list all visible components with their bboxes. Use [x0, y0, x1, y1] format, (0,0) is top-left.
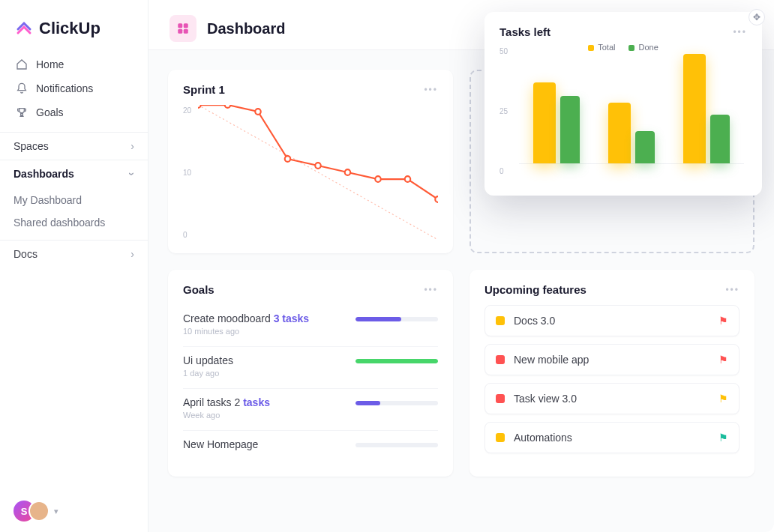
goal-title: New Homepage	[183, 438, 344, 450]
tasks-left-title: Tasks left	[500, 25, 550, 38]
goal-progress	[356, 443, 438, 447]
goal-row[interactable]: New Homepage	[183, 431, 438, 463]
feature-name: Docs 3.0	[514, 315, 555, 327]
ytick-50: 50	[500, 47, 508, 55]
svg-line-4	[198, 105, 438, 240]
svg-point-11	[375, 176, 380, 182]
bar-done	[560, 96, 580, 163]
svg-point-7	[255, 109, 260, 115]
bar-total	[683, 54, 706, 163]
svg-point-10	[345, 169, 350, 175]
flag-icon[interactable]: ⚑	[718, 393, 728, 405]
workspace-switcher[interactable]: S ▾	[0, 490, 148, 532]
svg-point-13	[435, 196, 438, 202]
brand-logo-icon	[15, 18, 33, 39]
nav-home[interactable]: Home	[8, 52, 140, 76]
home-icon	[15, 58, 28, 70]
move-handle-icon[interactable]: ✥	[748, 9, 765, 25]
goals-card: Goals ••• Create moodboard 3 tasks 10 mi…	[168, 270, 453, 477]
goal-timestamp: 1 day ago	[183, 369, 344, 378]
nav-notifications-label: Notifications	[36, 82, 93, 94]
sprint-card: Sprint 1 ••• 20 10 0	[168, 70, 453, 253]
features-card: Upcoming features ••• Docs 3.0 ⚑ New mob…	[470, 270, 754, 477]
burndown-chart: 20 10 0	[183, 105, 438, 240]
subitem-shared-dashboards[interactable]: Shared dashboards	[0, 211, 148, 234]
section-dashboards[interactable]: Dashboards ›	[0, 160, 148, 187]
dashboard-icon	[170, 15, 196, 42]
chevron-down-icon: ›	[127, 172, 139, 176]
flag-icon[interactable]: ⚑	[718, 315, 728, 327]
goal-row[interactable]: Ui updates 1 day ago	[183, 347, 438, 389]
goal-progress	[356, 359, 438, 363]
chevron-right-icon: ›	[130, 140, 134, 152]
svg-rect-0	[178, 23, 182, 28]
bar-group	[533, 47, 580, 163]
card-menu-icon[interactable]: •••	[733, 27, 747, 37]
section-docs-label: Docs	[14, 248, 38, 260]
status-dot-icon	[496, 394, 505, 403]
section-docs[interactable]: Docs ›	[0, 240, 148, 267]
svg-point-12	[405, 176, 410, 182]
flag-icon[interactable]: ⚑	[718, 432, 728, 444]
subitem-my-dashboard[interactable]: My Dashboard	[0, 189, 148, 211]
goal-title: April tasks 2 tasks	[183, 396, 344, 408]
svg-rect-2	[178, 29, 182, 34]
status-dot-icon	[496, 355, 505, 364]
bar-group	[683, 47, 730, 163]
card-menu-icon[interactable]: •••	[424, 285, 438, 295]
goal-timestamp: Week ago	[183, 411, 344, 420]
card-menu-icon[interactable]: •••	[725, 285, 740, 295]
feature-name: New mobile app	[514, 354, 589, 366]
status-dot-icon	[496, 433, 505, 442]
ytick-0: 0	[500, 167, 504, 175]
svg-rect-1	[184, 23, 188, 28]
bar-group	[608, 47, 655, 163]
feature-item[interactable]: Automations ⚑	[484, 422, 740, 453]
feature-item[interactable]: Docs 3.0 ⚑	[484, 305, 740, 336]
sidebar: ClickUp Home Notifications Goals Spaces …	[0, 0, 148, 532]
svg-point-9	[315, 163, 320, 169]
nav-goals[interactable]: Goals	[8, 100, 140, 124]
goal-progress	[356, 317, 438, 321]
goal-row[interactable]: Create moodboard 3 tasks 10 minutes ago	[183, 305, 438, 347]
tasks-left-chart: 50 25 0 Total Done	[500, 43, 747, 185]
svg-rect-3	[184, 29, 188, 34]
nav-home-label: Home	[36, 58, 64, 70]
ytick-25: 25	[500, 107, 508, 115]
flag-icon[interactable]: ⚑	[718, 354, 728, 366]
card-menu-icon[interactable]: •••	[424, 85, 438, 95]
feature-name: Task view 3.0	[514, 393, 577, 405]
feature-item[interactable]: New mobile app ⚑	[484, 344, 740, 375]
goals-title: Goals	[183, 283, 214, 296]
chevron-down-icon: ▾	[54, 507, 58, 516]
primary-nav: Home Notifications Goals	[0, 52, 148, 124]
ytick-20: 20	[183, 106, 191, 115]
trophy-icon	[15, 106, 28, 118]
dashboards-subitems: My Dashboard Shared dashboards	[0, 187, 148, 240]
features-list: Docs 3.0 ⚑ New mobile app ⚑ Task view 3.…	[484, 305, 740, 453]
svg-point-8	[285, 156, 290, 162]
goal-title: Create moodboard 3 tasks	[183, 312, 344, 324]
nav-notifications[interactable]: Notifications	[8, 76, 140, 100]
svg-point-6	[225, 105, 230, 108]
bar-total	[608, 103, 631, 163]
brand[interactable]: ClickUp	[0, 13, 148, 52]
goal-title: Ui updates	[183, 354, 344, 366]
bar-done	[710, 115, 730, 163]
bell-icon	[15, 82, 28, 94]
page-title: Dashboard	[207, 20, 285, 37]
section-spaces[interactable]: Spaces ›	[0, 132, 148, 160]
sprint-title: Sprint 1	[183, 83, 225, 96]
bar-done	[635, 131, 655, 163]
goal-row[interactable]: April tasks 2 tasks Week ago	[183, 389, 438, 431]
brand-name: ClickUp	[39, 19, 100, 38]
feature-item[interactable]: Task view 3.0 ⚑	[484, 383, 740, 414]
user-avatar	[28, 501, 50, 522]
goals-list: Create moodboard 3 tasks 10 minutes ago …	[183, 305, 438, 463]
ytick-0: 0	[183, 230, 188, 238]
bar-total	[533, 82, 556, 164]
features-title: Upcoming features	[484, 283, 586, 296]
tasks-left-card[interactable]: ✥ Tasks left ••• 50 25 0 Total Done	[484, 12, 762, 196]
section-spaces-label: Spaces	[14, 140, 49, 152]
nav-goals-label: Goals	[36, 106, 64, 118]
